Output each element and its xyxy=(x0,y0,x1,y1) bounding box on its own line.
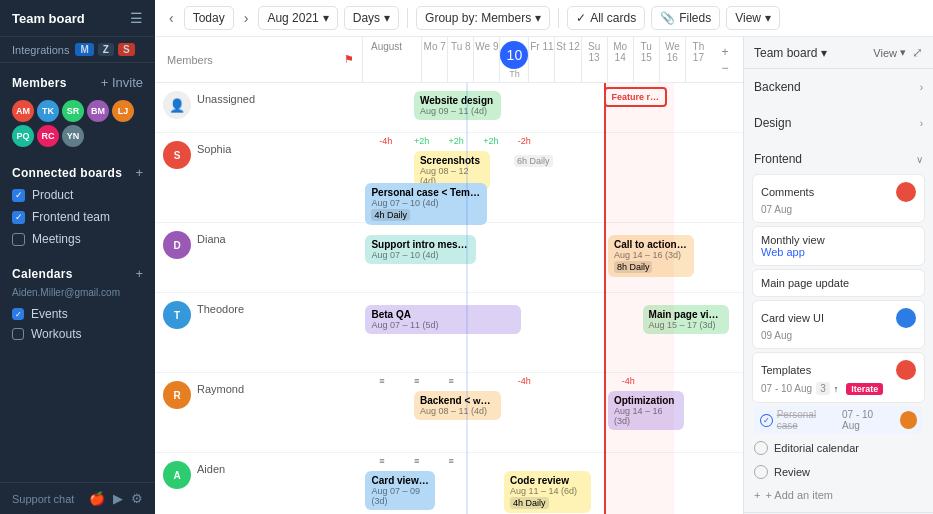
templates-title: Templates xyxy=(761,364,811,376)
view-chevron: ▾ xyxy=(765,11,771,25)
day-name-7: Mo 7 xyxy=(422,41,447,52)
personal-case-card[interactable]: Personal case < Templates Aug 07 – 10 (4… xyxy=(365,183,486,225)
call-to-action-daily: 8h Daily xyxy=(614,261,653,273)
right-board-name: Team board xyxy=(754,46,817,60)
calendars-title: Calendars xyxy=(12,267,73,281)
feature-release-card[interactable]: Feature release xyxy=(604,87,666,107)
add-item-plus: + xyxy=(754,489,760,501)
monthly-view-link[interactable]: Web app xyxy=(761,246,916,258)
member-labels: 👤 Unassigned S Sophia D Diana xyxy=(155,83,362,514)
add-calendar-button[interactable]: + xyxy=(135,266,143,281)
add-col-icon[interactable]: + xyxy=(721,45,728,59)
design-group-header[interactable]: Design › xyxy=(744,111,933,135)
personal-case-title: Personal case < Templates xyxy=(371,187,480,198)
member-row-diana: D Diana xyxy=(155,223,362,293)
view-button[interactable]: View ▾ xyxy=(726,6,780,30)
date-range-selector[interactable]: Aug 2021 ▾ xyxy=(258,6,337,30)
group-by-selector[interactable]: Group by: Members ▾ xyxy=(416,6,550,30)
templates-arrow: ↑ xyxy=(834,384,839,394)
workouts-checkbox[interactable] xyxy=(12,328,24,340)
month-label: August xyxy=(371,41,421,52)
sidebar-collapse-icon[interactable]: ☰ xyxy=(130,10,143,26)
support-chat-label[interactable]: Support chat xyxy=(12,493,74,505)
play-icon[interactable]: ▶ xyxy=(113,491,123,506)
day-col-15: Tu 15 xyxy=(633,37,659,83)
calendar-workouts[interactable]: Workouts xyxy=(0,324,155,344)
board-frontend-checkbox[interactable] xyxy=(12,211,25,224)
support-intro-card[interactable]: Support intro message Aug 07 – 10 (4d) xyxy=(365,235,476,264)
right-expand-icon[interactable]: ⤢ xyxy=(912,45,923,60)
beta-qa-card[interactable]: Beta QA Aug 07 – 11 (5d) xyxy=(365,305,521,334)
right-panel-header: Team board ▾ View ▾ ⤢ xyxy=(744,37,933,69)
date-range-chevron: ▾ xyxy=(323,11,329,25)
connected-boards-section: Connected boards + Product Frontend team… xyxy=(0,161,155,256)
templates-card[interactable]: Templates 07 - 10 Aug 3 ↑ Iterate xyxy=(752,352,925,403)
apple-icon[interactable]: 🍎 xyxy=(89,491,105,506)
main-page-view-title: Main page view Site update xyxy=(649,309,724,320)
support-intro-title: Support intro message xyxy=(371,239,470,250)
comments-date: 07 Aug xyxy=(761,204,916,215)
group-frontend: Frontend ∨ Comments 07 Aug Monthly view xyxy=(744,141,933,512)
settings-icon[interactable]: ⚙ xyxy=(131,491,143,506)
frontend-group-header[interactable]: Frontend ∨ xyxy=(744,147,933,171)
files-label: Fileds xyxy=(679,11,711,25)
main-page-update-card[interactable]: Main page update xyxy=(752,269,925,297)
card-view-ui-avatar xyxy=(896,308,916,328)
editorial-check[interactable] xyxy=(754,441,768,455)
calendar-events[interactable]: Events xyxy=(0,304,155,324)
website-design-card[interactable]: Website design Aug 09 – 11 (4d) xyxy=(414,91,501,120)
aiden-avatar: A xyxy=(163,461,191,489)
main-page-view-card[interactable]: Main page view Site update Aug 15 – 17 (… xyxy=(643,305,730,334)
left-sidebar: Team board ☰ Integrations M Z S Members … xyxy=(0,0,155,514)
board-product-checkbox[interactable] xyxy=(12,189,25,202)
main-page-view-date: Aug 15 – 17 (3d) xyxy=(649,320,724,330)
review-item[interactable]: Review xyxy=(744,460,933,484)
backend-group-header[interactable]: Backend › xyxy=(744,75,933,99)
content-area: Members ⚑ August Mo 7 Tu 8 xyxy=(155,37,933,514)
optimization-card[interactable]: Optimization Aug 14 – 16 (3d) xyxy=(608,391,684,430)
members-section: Members + Invite AM TK SR BM LJ PQ RC YN xyxy=(0,63,155,161)
all-cards-button[interactable]: ✓ All cards xyxy=(567,6,645,30)
personal-case-date: Aug 07 – 10 (4d) xyxy=(371,198,480,208)
personal-case-row[interactable]: Personal case 07 - 10 Aug xyxy=(754,406,923,434)
day-col-12: St 12 xyxy=(554,37,580,83)
add-board-button[interactable]: + xyxy=(135,165,143,180)
card-view-ui-right-card[interactable]: Card view UI 09 Aug xyxy=(752,300,925,349)
comments-card[interactable]: Comments 07 Aug xyxy=(752,174,925,223)
files-button[interactable]: 📎 Fileds xyxy=(651,6,720,30)
code-review-card[interactable]: Code review Aug 11 – 14 (6d) 4h Daily xyxy=(504,471,591,513)
personal-case-check[interactable] xyxy=(760,414,773,427)
card-view-ui-cal-card[interactable]: Card view UI Aug 07 – 09 (3d) xyxy=(365,471,434,510)
editorial-calendar-item[interactable]: Editorial calendar xyxy=(744,436,933,460)
call-to-action-card[interactable]: Call to action Site update Aug 14 – 16 (… xyxy=(608,235,695,277)
backend-card[interactable]: Backend < Web app update Aug 08 – 11 (4d… xyxy=(414,391,501,420)
aiden-label: Aiden xyxy=(197,463,225,475)
card-view-ui-date: 09 Aug xyxy=(761,330,916,341)
minus-col-icon[interactable]: − xyxy=(721,61,728,75)
view-label: View xyxy=(735,11,761,25)
board-meetings[interactable]: Meetings xyxy=(0,228,155,250)
theodore-avatar: T xyxy=(163,301,191,329)
nav-forward-button[interactable]: › xyxy=(240,8,253,28)
add-item-button[interactable]: + + Add an item xyxy=(744,484,933,506)
board-product[interactable]: Product xyxy=(0,184,155,206)
frontend-chevron: ∨ xyxy=(916,154,923,165)
day-name-13: Su 13 xyxy=(582,41,607,63)
right-view-button[interactable]: View ▾ xyxy=(873,46,906,59)
nav-back-button[interactable]: ‹ xyxy=(165,8,178,28)
monthly-view-card[interactable]: Monthly view Web app xyxy=(752,226,925,266)
website-design-title: Website design xyxy=(420,95,495,106)
events-checkbox[interactable] xyxy=(12,308,24,320)
sophia-label: Sophia xyxy=(197,143,231,155)
day-name-11: Fr 11 xyxy=(529,41,554,52)
board-meetings-label: Meetings xyxy=(32,232,81,246)
invite-button[interactable]: + Invite xyxy=(101,75,143,90)
today-button[interactable]: Today xyxy=(184,6,234,30)
board-frontend-team[interactable]: Frontend team xyxy=(0,206,155,228)
board-meetings-checkbox[interactable] xyxy=(12,233,25,246)
sophia-avatar: S xyxy=(163,141,191,169)
review-check[interactable] xyxy=(754,465,768,479)
days-selector[interactable]: Days ▾ xyxy=(344,6,399,30)
grid-rows: Website design Aug 09 – 11 (4d) Feature … xyxy=(362,83,743,514)
day-name-8: Tu 8 xyxy=(448,41,473,52)
